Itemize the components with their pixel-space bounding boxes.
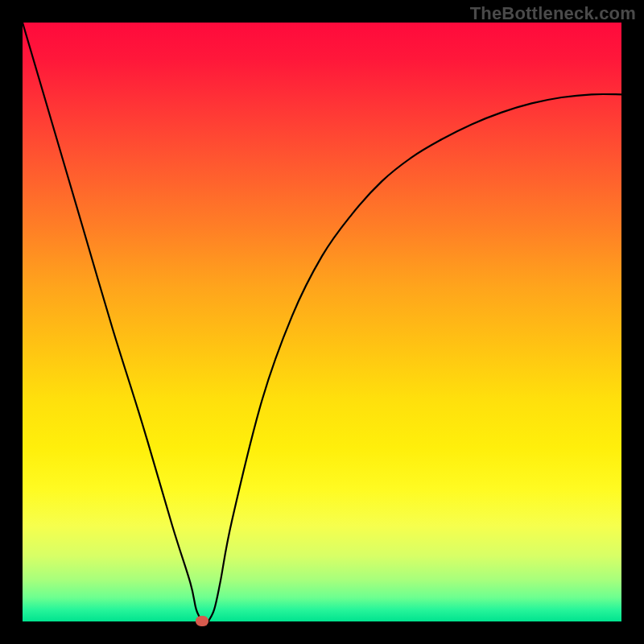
optimal-point-marker bbox=[196, 616, 208, 626]
chart-frame: TheBottleneck.com bbox=[0, 0, 644, 644]
bottleneck-curve bbox=[23, 23, 621, 621]
plot-area bbox=[23, 23, 621, 621]
watermark-text: TheBottleneck.com bbox=[470, 3, 636, 24]
